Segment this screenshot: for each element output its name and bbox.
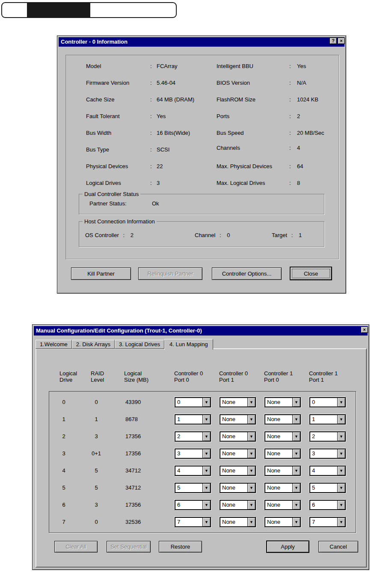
clear-all-button[interactable]: Clear All bbox=[54, 541, 98, 552]
chevron-down-icon[interactable]: ▼ bbox=[337, 518, 345, 526]
lun-combo-c1p1[interactable]: 2 ▼ bbox=[309, 431, 346, 442]
lun-combo-value: 1 bbox=[312, 416, 315, 422]
colon: : bbox=[150, 80, 152, 86]
chevron-down-icon[interactable]: ▼ bbox=[247, 466, 255, 475]
chevron-down-icon[interactable]: ▼ bbox=[337, 501, 345, 509]
chevron-down-icon[interactable]: ▼ bbox=[292, 432, 300, 441]
chevron-down-icon[interactable]: ▼ bbox=[292, 415, 300, 424]
chevron-down-icon[interactable]: ▼ bbox=[247, 484, 255, 492]
lun-combo-c0p0[interactable]: 6 ▼ bbox=[175, 500, 211, 510]
chevron-down-icon[interactable]: ▼ bbox=[247, 501, 255, 509]
lun-combo-c0p0[interactable]: 4 ▼ bbox=[175, 466, 211, 476]
lun-combo-c0p0[interactable]: 7 ▼ bbox=[175, 517, 211, 527]
lun-combo-c1p0[interactable]: None ▼ bbox=[264, 500, 301, 510]
chevron-down-icon[interactable]: ▼ bbox=[337, 415, 345, 424]
kill-partner-button[interactable]: Kill Partner bbox=[71, 267, 131, 280]
lun-combo-c1p0[interactable]: None ▼ bbox=[264, 483, 301, 493]
chevron-down-icon[interactable]: ▼ bbox=[292, 484, 300, 492]
lun-combo-c0p1[interactable]: None ▼ bbox=[220, 414, 256, 425]
lun-combo-c1p0[interactable]: None ▼ bbox=[264, 414, 301, 425]
relinquish-partner-button[interactable]: Relinquish Partner bbox=[138, 267, 202, 280]
chevron-down-icon[interactable]: ▼ bbox=[292, 449, 300, 458]
lun-combo-c0p1[interactable]: None ▼ bbox=[220, 397, 256, 407]
chevron-down-icon[interactable]: ▼ bbox=[337, 484, 345, 492]
logical-drive-cell: 7 bbox=[59, 519, 69, 525]
host-field-value: 1 bbox=[299, 232, 302, 238]
lun-combo-c0p1[interactable]: None ▼ bbox=[220, 500, 256, 510]
controller-options-button[interactable]: Controller Options... bbox=[212, 267, 282, 280]
chevron-down-icon[interactable]: ▼ bbox=[337, 398, 345, 407]
close-button[interactable]: Close bbox=[290, 267, 332, 280]
chevron-down-icon[interactable]: ▼ bbox=[247, 415, 255, 424]
chevron-down-icon[interactable]: ▼ bbox=[247, 398, 255, 407]
chevron-down-icon[interactable]: ▼ bbox=[337, 449, 345, 458]
chevron-down-icon[interactable]: ▼ bbox=[337, 466, 345, 475]
lun-combo-c0p1[interactable]: None ▼ bbox=[220, 466, 256, 476]
chevron-down-icon[interactable]: ▼ bbox=[202, 449, 210, 458]
close-icon[interactable]: × bbox=[361, 327, 368, 333]
tab-logical-drives[interactable]: 3. Logical Drives bbox=[115, 340, 164, 349]
chevron-down-icon[interactable]: ▼ bbox=[337, 432, 345, 441]
logical-size-cell: 34712 bbox=[125, 467, 141, 474]
lun-combo-c0p0[interactable]: 3 ▼ bbox=[175, 448, 211, 459]
lun-combo-c0p1[interactable]: None ▼ bbox=[220, 448, 256, 459]
chevron-down-icon[interactable]: ▼ bbox=[247, 518, 255, 526]
lun-combo-c1p1[interactable]: 6 ▼ bbox=[309, 500, 346, 510]
cancel-button[interactable]: Cancel bbox=[318, 541, 358, 552]
chevron-down-icon[interactable]: ▼ bbox=[202, 432, 210, 441]
lun-combo-c1p0[interactable]: None ▼ bbox=[264, 466, 301, 476]
lun-combo-c1p1[interactable]: 0 ▼ bbox=[309, 397, 346, 407]
info-label: Cache Size bbox=[86, 96, 114, 103]
lun-combo-c1p1[interactable]: 4 ▼ bbox=[309, 466, 346, 476]
apply-button[interactable]: Apply bbox=[266, 540, 309, 553]
lun-combo-c0p1[interactable]: None ▼ bbox=[220, 517, 256, 527]
lun-combo-value: 1 bbox=[177, 416, 180, 422]
restore-button[interactable]: Restore bbox=[159, 541, 202, 552]
lun-combo-c0p1[interactable]: None ▼ bbox=[220, 431, 256, 442]
logical-size-cell: 17356 bbox=[125, 450, 141, 457]
tab-lun-mapping[interactable]: 4. Lun Mapping bbox=[164, 339, 213, 350]
tab-disk-arrays[interactable]: 2. Disk Arrays bbox=[72, 340, 115, 349]
lun-combo-c1p0[interactable]: None ▼ bbox=[264, 448, 301, 459]
tab-welcome[interactable]: 1.Welcome bbox=[36, 340, 72, 349]
lun-combo-c1p0[interactable]: None ▼ bbox=[264, 517, 301, 527]
chevron-down-icon[interactable]: ▼ bbox=[292, 398, 300, 407]
chevron-down-icon[interactable]: ▼ bbox=[247, 449, 255, 458]
column-header-line: Controller 0 bbox=[219, 370, 248, 377]
lun-combo-c0p0[interactable]: 5 ▼ bbox=[175, 483, 211, 493]
chevron-down-icon[interactable]: ▼ bbox=[202, 398, 210, 407]
lun-combo-value: 3 bbox=[312, 450, 315, 457]
chevron-down-icon[interactable]: ▼ bbox=[202, 466, 210, 475]
lun-combo-c1p1[interactable]: 7 ▼ bbox=[309, 517, 346, 527]
chevron-down-icon[interactable]: ▼ bbox=[292, 518, 300, 526]
lun-combo-value: None bbox=[267, 416, 280, 422]
table-row: 2 3 17356 2 ▼ None ▼ None ▼ bbox=[49, 431, 356, 442]
chevron-down-icon[interactable]: ▼ bbox=[202, 518, 210, 526]
chevron-down-icon[interactable]: ▼ bbox=[247, 432, 255, 441]
chevron-down-icon[interactable]: ▼ bbox=[202, 484, 210, 492]
lun-combo-c1p1[interactable]: 1 ▼ bbox=[309, 414, 346, 425]
chevron-down-icon[interactable]: ▼ bbox=[202, 415, 210, 424]
lun-combo-c1p0[interactable]: None ▼ bbox=[264, 431, 301, 442]
colon: : bbox=[150, 130, 152, 136]
lun-combo-c1p1[interactable]: 3 ▼ bbox=[309, 448, 346, 459]
info-value: FCArray bbox=[157, 63, 177, 69]
lun-combo-c1p1[interactable]: 5 ▼ bbox=[309, 483, 346, 493]
lun-combo-c0p0[interactable]: 0 ▼ bbox=[175, 397, 211, 407]
colon: : bbox=[217, 232, 226, 238]
close-icon[interactable]: × bbox=[338, 38, 345, 44]
colon: : bbox=[150, 180, 152, 186]
lun-combo-c1p0[interactable]: None ▼ bbox=[264, 397, 301, 407]
colon: : bbox=[289, 130, 291, 136]
lun-combo-c0p1[interactable]: None ▼ bbox=[220, 483, 256, 493]
titlebar-buttons: × bbox=[361, 326, 368, 333]
info-value: 16 Bits(Wide) bbox=[157, 130, 190, 136]
help-icon[interactable]: ? bbox=[330, 38, 337, 44]
set-sequential-button[interactable]: Set Sequential bbox=[107, 541, 151, 552]
lun-combo-c0p0[interactable]: 2 ▼ bbox=[175, 431, 211, 442]
lun-combo-c0p0[interactable]: 1 ▼ bbox=[175, 414, 211, 425]
chevron-down-icon[interactable]: ▼ bbox=[292, 501, 300, 509]
raid-level-cell: 3 bbox=[89, 433, 104, 440]
chevron-down-icon[interactable]: ▼ bbox=[292, 466, 300, 475]
chevron-down-icon[interactable]: ▼ bbox=[202, 501, 210, 509]
